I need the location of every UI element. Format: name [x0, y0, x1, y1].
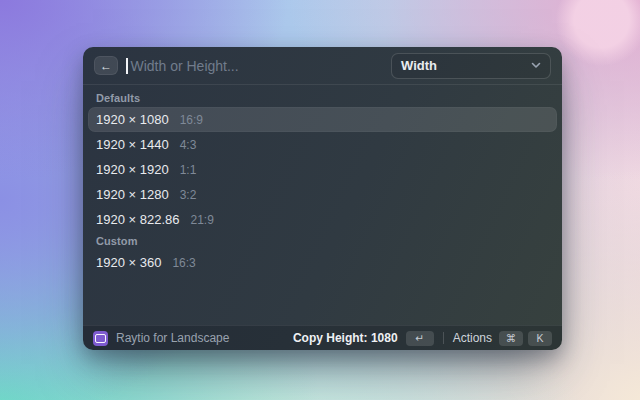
cmd-key-icon[interactable]: ⌘	[499, 331, 523, 346]
dimension-dropdown[interactable]: Width	[391, 53, 551, 79]
list-item[interactable]: 1920 × 36016:3	[88, 250, 557, 275]
back-button[interactable]: ←	[94, 56, 118, 75]
size-label: 1920 × 360	[96, 255, 161, 270]
back-arrow-icon: ←	[100, 60, 112, 72]
search-bar: ← Width or Height... Width	[83, 47, 562, 85]
k-key-icon[interactable]: K	[528, 331, 552, 346]
aspect-ratio-icon	[93, 331, 108, 346]
return-key-icon[interactable]: ↵	[406, 331, 434, 346]
size-label: 1920 × 822.86	[96, 212, 180, 227]
size-label: 1920 × 1440	[96, 137, 169, 152]
search-input[interactable]: Width or Height...	[131, 58, 239, 74]
section-header: Defaults	[88, 89, 557, 107]
actions-button[interactable]: Actions	[453, 331, 492, 345]
list-item[interactable]: 1920 × 19201:1	[88, 157, 557, 182]
list-item[interactable]: 1920 × 108016:9	[88, 107, 557, 132]
dropdown-value: Width	[401, 58, 437, 73]
app-name-label: Raytio for Landscape	[116, 331, 229, 345]
size-label: 1920 × 1280	[96, 187, 169, 202]
ratio-label: 21:9	[191, 213, 214, 227]
ratio-label: 4:3	[180, 138, 197, 152]
ratio-label: 16:3	[172, 256, 195, 270]
size-list: Defaults1920 × 108016:91920 × 14404:3192…	[83, 85, 562, 325]
size-label: 1920 × 1920	[96, 162, 169, 177]
chevron-down-icon	[531, 62, 541, 69]
list-item[interactable]: 1920 × 12803:2	[88, 182, 557, 207]
section-header: Custom	[88, 232, 557, 250]
primary-action-label[interactable]: Copy Height: 1080	[293, 331, 398, 345]
list-item[interactable]: 1920 × 822.8621:9	[88, 207, 557, 232]
list-item[interactable]: 1920 × 14404:3	[88, 132, 557, 157]
desktop-background: ← Width or Height... Width Defaults1920 …	[0, 0, 640, 400]
action-bar: Raytio for Landscape Copy Height: 1080 ↵…	[83, 325, 562, 350]
size-label: 1920 × 1080	[96, 112, 169, 127]
text-cursor	[126, 58, 128, 74]
footer-divider	[443, 332, 444, 344]
ratio-label: 3:2	[180, 188, 197, 202]
raycast-window: ← Width or Height... Width Defaults1920 …	[83, 47, 562, 350]
ratio-label: 1:1	[180, 163, 197, 177]
ratio-label: 16:9	[180, 113, 203, 127]
